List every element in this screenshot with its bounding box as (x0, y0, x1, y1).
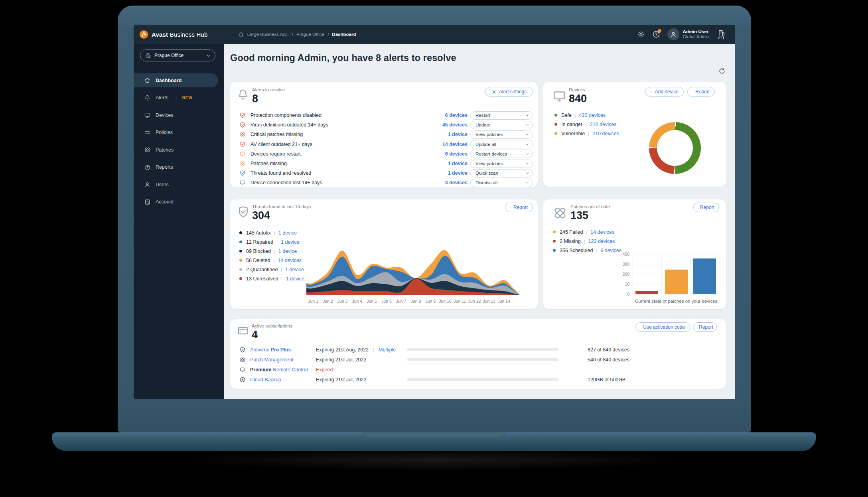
y-axis-tick-label: 300 (622, 262, 629, 266)
subscription-name-link[interactable]: Premium Remote Control (250, 367, 308, 373)
alert-label: Devices require restart (251, 151, 301, 157)
alert-action-dropdown[interactable]: Quick scan (470, 169, 533, 178)
alert-device-count-link[interactable]: 1 device (448, 161, 468, 166)
sidebar-item-alerts[interactable]: Alerts|NEW (134, 89, 224, 107)
org-selector[interactable]: Prague Office (140, 49, 215, 61)
alert-action-dropdown[interactable]: Update (470, 121, 533, 129)
legend-device-link[interactable]: 210 devices (592, 131, 619, 136)
refresh-icon[interactable] (718, 67, 726, 75)
shield-icon (239, 112, 246, 118)
sidebar-item-label: Policies (156, 130, 173, 135)
sidebar-item-account[interactable]: Account (134, 193, 224, 211)
dropdown-value: Restart (475, 113, 490, 118)
sidebar-item-label: Patches (156, 147, 174, 153)
alert-row: Virus definitions outdated 14+ days45 de… (230, 120, 538, 130)
legend-device-link[interactable]: 420 devices (579, 112, 606, 118)
card-count: 4 (252, 329, 258, 341)
patches-card: Patches out of date 135 Report 245 Faile… (543, 199, 726, 309)
breadcrumb-item[interactable]: Large Business Acc. (247, 32, 289, 37)
alert-device-count-link[interactable]: 1 device (448, 132, 468, 137)
legend-device-link[interactable]: 210 devices (590, 122, 617, 127)
alert-action-dropdown[interactable]: Update all (470, 140, 533, 148)
legend-dot (554, 132, 557, 135)
devices-card: Devices 840 Add device Report Safe|420 d… (543, 82, 726, 187)
page-title: Good morning Admin, you have 8 alerts to… (230, 53, 456, 63)
alert-device-count-link[interactable]: 1 device (448, 170, 468, 176)
chevron-down-icon (522, 112, 533, 119)
bar-scheduled (693, 258, 716, 294)
org-selector-value: Prague Office (154, 53, 183, 58)
gear-icon (491, 89, 497, 95)
alert-row: Device connection lost 14+ days3 devices… (230, 178, 538, 187)
home-icon (144, 77, 151, 84)
user-menu[interactable]: Admin User Global Admin (667, 28, 709, 40)
monitor-icon (552, 89, 566, 103)
alert-action-dropdown[interactable]: View patches (470, 160, 533, 168)
add-device-button[interactable]: Add device (645, 87, 684, 97)
sidebar-item-patches[interactable]: Patches (134, 141, 224, 159)
laptop-base (52, 432, 816, 451)
sidebar-item-dashboard[interactable]: Dashboard (134, 72, 224, 89)
x-axis-tick-label: Jun 9 (425, 299, 436, 304)
sidebar-item-devices[interactable]: Devices (134, 106, 224, 124)
alert-device-count-link[interactable]: 6 devices (445, 112, 468, 118)
alert-action-dropdown[interactable]: Dismiss all (470, 179, 533, 187)
report-chart-icon (692, 89, 693, 95)
alert-action-dropdown[interactable]: Restart devices (470, 150, 533, 158)
breadcrumb-separator: / (327, 32, 329, 37)
breadcrumb-item[interactable]: Prague Office (296, 32, 324, 37)
chevron-down-icon (522, 170, 533, 177)
devices-report-button[interactable]: Report (687, 87, 715, 97)
dropdown-value: Update (475, 122, 490, 127)
help-icon[interactable] (652, 30, 660, 38)
subscription-name-link[interactable]: Patch Management (250, 357, 293, 363)
gear-icon[interactable] (637, 30, 645, 38)
patch-icon (239, 131, 246, 138)
legend-dot (554, 123, 557, 126)
org-switcher-icon[interactable] (716, 29, 726, 39)
new-badge: NEW (182, 96, 193, 100)
alert-device-count-link[interactable]: 3 devices (445, 180, 468, 185)
threats-area-chart: Jun 1Jun 2Jun 3Jun 4Jun 5Jun 6Jun 7Jun 8… (230, 199, 538, 309)
chevron-icon (525, 113, 529, 117)
x-axis-tick-label: Jun 3 (337, 299, 348, 304)
subscription-expiry: Expiring 21st Jul, 2022 (316, 357, 366, 363)
sidebar-item-users[interactable]: Users (134, 176, 224, 193)
sidebar-item-reports[interactable]: Reports (134, 159, 224, 176)
alert-rows: Protection components disabled6 devicesR… (230, 110, 538, 188)
separator: | (372, 347, 375, 352)
alert-device-count-link[interactable]: 14 devices (442, 142, 468, 147)
alert-device-count-link[interactable]: 6 devices (445, 151, 468, 157)
bar-failed (665, 270, 688, 294)
multiple-link[interactable]: Multiple (379, 347, 396, 353)
sidebar-item-label: Users (156, 182, 169, 187)
shield-icon (239, 122, 246, 128)
legend-dot (554, 114, 557, 116)
chevron-icon (525, 162, 529, 166)
subscription-name-link[interactable]: Cloud Backup (250, 377, 281, 383)
dropdown-value: Restart devices (475, 152, 507, 156)
user-name: Admin User (683, 29, 709, 35)
alert-label: Threats found and resolved (251, 170, 311, 176)
card-count: 8 (252, 93, 258, 105)
subscription-name-link[interactable]: Antivirus Pro Plus (250, 347, 291, 353)
y-axis-tick-label: 10 (625, 282, 629, 286)
alert-action-dropdown[interactable]: Restart (470, 111, 533, 120)
subscription-row: Antivirus Pro PlusExpiring 21st Aug, 202… (230, 345, 726, 355)
alert-settings-button[interactable]: Alert settings (485, 87, 533, 97)
subscription-progress-bar (407, 378, 558, 381)
alert-device-count-link[interactable]: 45 devices (442, 122, 468, 128)
bar-missing (635, 291, 658, 294)
alert-action-dropdown[interactable]: View patches (470, 130, 533, 139)
x-axis-tick-label: Jun 6 (381, 299, 392, 304)
patch-icon (239, 160, 246, 167)
subscriptions-card: Active subscriptions 4 Use activation co… (230, 319, 726, 389)
devices-legend: Safe|420 devicesIn danger|210 devicesVul… (554, 110, 619, 138)
sidebar-item-policies[interactable]: Policies (134, 124, 224, 142)
use-activation-code-button[interactable]: Use activation code (635, 322, 690, 332)
subscription-row: Patch ManagementExpiring 21st Jul, 20225… (230, 355, 726, 365)
home-icon[interactable] (238, 32, 244, 37)
devices-legend-item: Vulnerable|210 devices (554, 129, 619, 138)
sidebar-item-label: Devices (156, 112, 173, 118)
subscriptions-report-button[interactable]: Report (693, 322, 717, 332)
